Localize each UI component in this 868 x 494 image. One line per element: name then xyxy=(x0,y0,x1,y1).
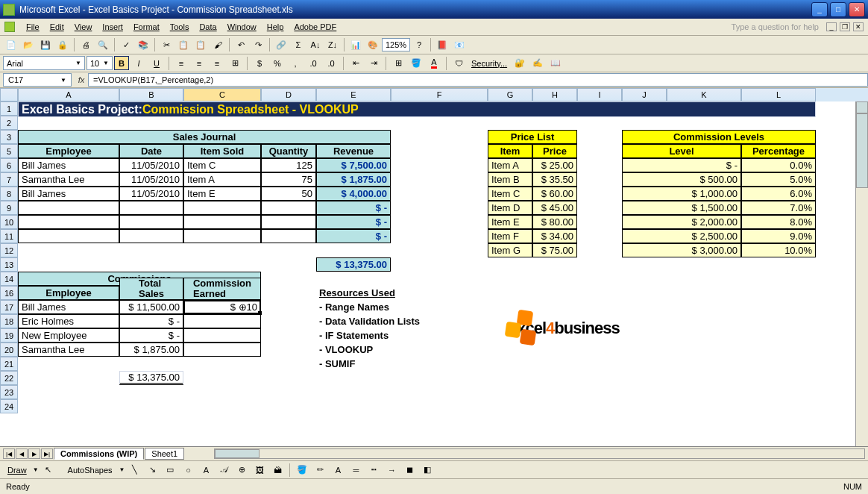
menu-window[interactable]: Window xyxy=(222,20,262,34)
scroll-thumb[interactable] xyxy=(856,113,868,188)
save-icon[interactable]: 💾 xyxy=(37,37,54,52)
price-val-6[interactable]: $ 75.00 xyxy=(532,243,577,257)
close-button[interactable]: ✕ xyxy=(849,2,865,17)
resource-2[interactable]: - IF Statements xyxy=(316,328,488,343)
price-val-0[interactable]: $ 25.00 xyxy=(532,158,577,172)
sj-item-4[interactable] xyxy=(183,215,261,229)
font-size-combo[interactable]: 10▼ xyxy=(87,56,113,70)
price-val-1[interactable]: $ 35.50 xyxy=(532,172,577,187)
draw-menu[interactable]: Draw xyxy=(3,466,31,475)
cm-comm-0[interactable]: $ ⊕10 xyxy=(183,300,261,314)
sj-emp-2[interactable]: Bill James xyxy=(18,187,119,201)
row-header-21[interactable]: 21 xyxy=(0,357,18,371)
italic-button[interactable]: I xyxy=(130,56,147,71)
menu-file[interactable]: File xyxy=(21,20,45,34)
resources-title[interactable]: Resources Used xyxy=(316,286,488,300)
cl-lvl-6[interactable]: $ 3,000.00 xyxy=(622,243,741,257)
rectangle-icon[interactable]: ▭ xyxy=(162,463,178,478)
column-header-H[interactable]: H xyxy=(532,88,577,101)
sales-header-0[interactable]: Employee xyxy=(18,144,119,158)
signature-icon[interactable]: ✍ xyxy=(529,56,546,71)
decrease-decimal-icon[interactable]: .0 xyxy=(323,56,339,71)
decrease-indent-icon[interactable]: ⇤ xyxy=(347,56,364,71)
row-header-8[interactable]: 8 xyxy=(0,187,18,201)
sj-qty-4[interactable] xyxy=(261,215,316,229)
autoshapes-menu[interactable]: AutoShapes xyxy=(58,464,118,476)
menu-edit[interactable]: Edit xyxy=(45,20,69,34)
sj-emp-1[interactable]: Samantha Lee xyxy=(18,172,119,187)
price-item-0[interactable]: Item A xyxy=(488,158,532,172)
maximize-button[interactable]: □ xyxy=(830,2,846,17)
cm-comm-1[interactable] xyxy=(183,314,261,328)
price-val-3[interactable]: $ 45.00 xyxy=(532,201,577,215)
undo-icon[interactable]: ↶ xyxy=(233,37,249,52)
mdi-close[interactable]: ✕ xyxy=(853,22,864,31)
cl-pct-2[interactable]: 6.0% xyxy=(741,187,816,201)
wordart-icon[interactable]: 𝒜 xyxy=(216,463,232,478)
price-val-2[interactable]: $ 60.00 xyxy=(532,187,577,201)
row-header-19[interactable]: 19 xyxy=(0,328,18,343)
resource-0[interactable]: - Range Names xyxy=(316,300,488,314)
menu-insert[interactable]: Insert xyxy=(97,20,128,34)
autosum-icon[interactable]: Σ xyxy=(290,37,306,52)
security-icon[interactable]: 🛡 xyxy=(450,56,467,71)
cl-lvl-0[interactable]: $ - xyxy=(622,158,741,172)
font-combo[interactable]: Arial▼ xyxy=(3,56,85,70)
sj-item-1[interactable]: Item A xyxy=(183,172,261,187)
row-header-7[interactable]: 7 xyxy=(0,172,18,187)
sj-total[interactable]: $ 13,375.00 xyxy=(316,257,391,272)
percent-icon[interactable]: % xyxy=(269,56,286,71)
row-header-6[interactable]: 6 xyxy=(0,158,18,172)
copy-icon[interactable]: 📋 xyxy=(175,37,192,52)
column-header-F[interactable]: F xyxy=(391,88,488,101)
cm-emp-0[interactable]: Bill James xyxy=(18,300,119,314)
cl-pct-1[interactable]: 5.0% xyxy=(741,172,816,187)
fill-color-icon[interactable]: 🪣 xyxy=(408,56,424,71)
horizontal-scrollbar[interactable] xyxy=(214,448,865,459)
paste-icon[interactable]: 📋 xyxy=(192,37,209,52)
mdi-restore[interactable]: ❐ xyxy=(840,22,850,31)
dash-style-icon[interactable]: ┅ xyxy=(365,463,382,478)
select-all-corner[interactable] xyxy=(0,88,18,101)
open-icon[interactable]: 📂 xyxy=(20,37,37,52)
comm-hdr-0[interactable]: Employee xyxy=(18,286,119,300)
oval-icon[interactable]: ○ xyxy=(180,463,196,478)
column-header-C[interactable]: C xyxy=(183,88,261,101)
new-icon[interactable]: 📄 xyxy=(3,37,19,52)
research-pane-icon[interactable]: 📖 xyxy=(547,56,564,71)
align-left-icon[interactable]: ≡ xyxy=(173,56,189,71)
print-preview-icon[interactable]: 🔍 xyxy=(95,37,111,52)
increase-indent-icon[interactable]: ⇥ xyxy=(365,56,382,71)
price-item-2[interactable]: Item C xyxy=(488,187,532,201)
sj-rev-2[interactable]: $ 4,000.00 xyxy=(316,187,391,201)
drawing-icon[interactable]: 🎨 xyxy=(365,37,381,52)
cm-comm-3[interactable] xyxy=(183,343,261,357)
cl-pct-0[interactable]: 0.0% xyxy=(741,158,816,172)
cl-pct-3[interactable]: 7.0% xyxy=(741,201,816,215)
row-header-11[interactable]: 11 xyxy=(0,229,18,243)
sj-qty-2[interactable]: 50 xyxy=(261,187,316,201)
cm-sales-1[interactable]: $ - xyxy=(119,314,183,328)
cl-lvl-4[interactable]: $ 2,000.00 xyxy=(622,215,741,229)
row-header-16[interactable]: 16 xyxy=(0,286,18,300)
sj-qty-0[interactable]: 125 xyxy=(261,158,316,172)
minimize-button[interactable]: _ xyxy=(811,2,828,17)
align-center-icon[interactable]: ≡ xyxy=(191,56,207,71)
cm-sales-3[interactable]: $ 1,875.00 xyxy=(119,343,183,357)
scroll-up-button[interactable] xyxy=(856,101,868,113)
column-header-B[interactable]: B xyxy=(119,88,183,101)
cm-emp-2[interactable]: New Employee xyxy=(18,328,119,343)
underline-button[interactable]: U xyxy=(148,56,165,71)
column-header-G[interactable]: G xyxy=(488,88,532,101)
sort-asc-icon[interactable]: A↓ xyxy=(307,37,324,52)
pdf-mail-icon[interactable]: 📧 xyxy=(451,37,468,52)
column-header-I[interactable]: I xyxy=(577,88,622,101)
sj-rev-0[interactable]: $ 7,500.00 xyxy=(316,158,391,172)
sj-date-1[interactable]: 11/05/2010 xyxy=(119,172,183,187)
picture-icon[interactable]: 🏔 xyxy=(269,463,286,478)
sj-rev-5[interactable]: $ - xyxy=(316,229,391,243)
help-icon[interactable]: ? xyxy=(411,37,427,52)
row-header-24[interactable]: 24 xyxy=(0,399,18,413)
sales-header-3[interactable]: Quantity xyxy=(261,144,316,158)
cm-sales-0[interactable]: $ 11,500.00 xyxy=(119,300,183,314)
